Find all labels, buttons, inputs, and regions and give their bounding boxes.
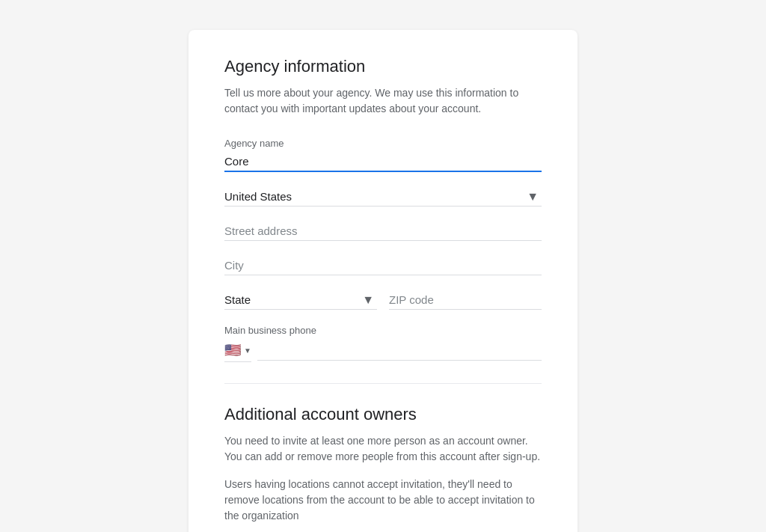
agency-name-field-group: Agency name	[224, 138, 542, 172]
additional-owners-title: Additional account owners	[224, 405, 542, 424]
state-field-group: State Alabama Alaska Arizona California …	[224, 290, 377, 310]
street-address-field-group	[224, 221, 542, 241]
us-flag-icon: 🇺🇸	[224, 342, 241, 358]
zip-code-input[interactable]	[389, 290, 542, 310]
phone-row: 🇺🇸 ▼	[224, 339, 542, 362]
country-select-wrapper: United States Canada United Kingdom Aust…	[224, 187, 542, 207]
zip-field-group	[389, 290, 542, 310]
state-select[interactable]: State Alabama Alaska Arizona California …	[224, 290, 377, 310]
form-card: Agency information Tell us more about yo…	[189, 30, 577, 532]
section-divider	[224, 383, 542, 384]
state-select-wrapper: State Alabama Alaska Arizona California …	[224, 290, 377, 310]
city-field-group	[224, 256, 542, 275]
phone-field-group: Main business phone 🇺🇸 ▼	[224, 325, 542, 362]
street-address-input[interactable]	[224, 221, 542, 241]
country-select[interactable]: United States Canada United Kingdom Aust…	[224, 187, 542, 207]
additional-owners-section: Additional account owners You need to in…	[224, 405, 542, 532]
agency-information-section: Agency information Tell us more about yo…	[224, 57, 542, 362]
phone-country-chevron-down-icon: ▼	[244, 346, 251, 355]
phone-country-selector[interactable]: 🇺🇸 ▼	[224, 339, 251, 362]
country-field-group: United States Canada United Kingdom Aust…	[224, 187, 542, 207]
phone-number-input[interactable]	[257, 341, 542, 361]
agency-information-title: Agency information	[224, 57, 542, 76]
page-container: Agency information Tell us more about yo…	[15, 15, 751, 532]
state-zip-row: State Alabama Alaska Arizona California …	[224, 290, 542, 310]
agency-name-input[interactable]	[224, 152, 542, 172]
city-input[interactable]	[224, 256, 542, 275]
phone-label: Main business phone	[224, 325, 542, 336]
agency-information-description: Tell us more about your agency. We may u…	[224, 85, 542, 117]
additional-owners-warning: Users having locations cannot accept inv…	[224, 477, 542, 524]
agency-name-label: Agency name	[224, 138, 542, 149]
additional-owners-description: You need to invite at least one more per…	[224, 433, 542, 465]
